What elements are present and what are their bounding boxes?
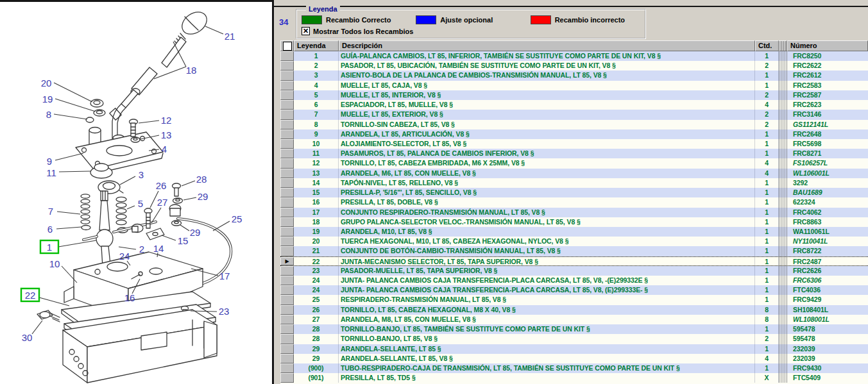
row-selector[interactable] <box>280 188 294 197</box>
diagram-callout-25[interactable]: 25 <box>232 213 243 224</box>
diagram-callout-2[interactable]: 2 <box>139 244 144 255</box>
row-selector[interactable] <box>280 149 294 158</box>
diagram-callout-14[interactable]: 14 <box>153 243 164 254</box>
header-legend[interactable]: Leyenda <box>294 40 339 51</box>
table-row[interactable]: 17CONJUNTO RESPIRADERO-TRANSMISIÓN MANUA… <box>280 208 868 217</box>
diagram-callout-11[interactable]: 11 <box>46 167 56 178</box>
row-selector[interactable] <box>280 227 294 237</box>
table-row[interactable]: 13ARANDELA, M6, LT 85, CON MUELLE, V8 §4… <box>280 169 868 178</box>
table-row[interactable]: (900)TUBO-RESPIRADERO-CAJA DE TRANSMISIÓ… <box>280 363 868 373</box>
table-row[interactable]: 6ESPACIADOR, LT 85, MUELLE, V8 §4FRC2623 <box>280 100 868 110</box>
row-selector[interactable] <box>280 208 294 217</box>
header-description[interactable]: Descripción <box>339 40 755 51</box>
row-selector[interactable] <box>280 197 294 207</box>
diagram-callout-21[interactable]: 21 <box>225 31 235 42</box>
table-row[interactable]: 24JUNTA- PALANCA CAMBIOS CAJA TRANSFEREN… <box>280 276 868 285</box>
row-selector[interactable] <box>280 100 294 110</box>
row-selector[interactable] <box>280 237 294 246</box>
row-selector[interactable] <box>280 90 294 100</box>
row-selector[interactable] <box>280 276 294 285</box>
table-row[interactable]: 25RESPIRADERO-TRANSMISIÓN MANUAL, LT 85,… <box>280 295 868 305</box>
row-selector[interactable] <box>280 344 294 354</box>
table-row[interactable]: 2PASADOR, LT 85, UBICACIÓN, TAMBIÉN SE S… <box>280 61 868 71</box>
diagram-callout-24[interactable]: 24 <box>119 251 130 262</box>
table-row[interactable]: 29ARANDELA-SELLANTE, LT 85, V8 §4232039 <box>280 354 868 363</box>
row-selector[interactable] <box>280 285 294 295</box>
diagram-callout-9[interactable]: 9 <box>47 156 52 167</box>
diagram-callout-29[interactable]: 29 <box>190 227 201 238</box>
table-row[interactable]: 4MUELLE, LT 85, CAJA, V8 §1FRC2583 <box>280 81 868 90</box>
row-selector[interactable]: ▶ <box>280 257 294 265</box>
row-selector[interactable] <box>280 295 294 305</box>
row-selector[interactable] <box>280 324 294 334</box>
table-row[interactable]: 10ALOJIAMIENTO-SELECTOR, LT 85, V8 §1FRC… <box>280 139 868 149</box>
table-row[interactable]: 28TORNILLO-BANJO, LT 85, V8 §2595478 <box>280 334 868 344</box>
diagram-callout-5[interactable]: 5 <box>138 198 143 209</box>
diagram-callout-27[interactable]: 27 <box>157 197 168 208</box>
row-selector[interactable] <box>280 129 294 139</box>
table-row[interactable]: 11PASAMUROS, LT 85, PALANCA DE CAMBIOS I… <box>280 149 868 158</box>
diagram-callout-19[interactable]: 19 <box>42 94 53 104</box>
table-row[interactable]: 24JUNTA- PALANCA CAMBIOS CAJA TRANSFEREN… <box>280 285 868 295</box>
table-row[interactable]: 16PRESILLA, LT 85, DOBLE, V8 §1622324 <box>280 197 868 207</box>
table-row[interactable]: 18GRUPO PALANCA-SELECTOR VELOC.-TRANSMIS… <box>280 217 868 227</box>
table-row[interactable]: 29ARANDELA-SELLANTE, LT 85 §1232039 <box>280 344 868 354</box>
table-row[interactable]: 26TORNILLO, LT 85, CABEZA HEXAGONAL, M8 … <box>280 305 868 315</box>
table-row[interactable]: 9ARANDELA, LT 85, ARTICULACIÓN, V8 §1FRC… <box>280 129 868 139</box>
header-qty[interactable]: Ctd. <box>755 40 779 51</box>
diagram-callout-15[interactable]: 15 <box>178 235 189 246</box>
table-row[interactable]: 20TUERCA HEXAGONAL, M10, LT 85, CABEZA H… <box>280 237 868 246</box>
table-row[interactable]: 12TORNILLO, LT 85, CABEZA EMBRIDADA, M6 … <box>280 158 868 168</box>
row-selector[interactable] <box>280 120 294 129</box>
row-selector[interactable] <box>280 178 294 188</box>
row-selector[interactable] <box>280 139 294 149</box>
row-selector[interactable] <box>280 169 294 178</box>
diagram-callout-6[interactable]: 6 <box>47 224 53 235</box>
table-row[interactable]: 21CONJUNTO DE BOTÓN-CAMBIO-TRANSMISIÓN M… <box>280 246 868 256</box>
row-selector[interactable] <box>280 305 294 315</box>
row-selector[interactable] <box>280 110 294 119</box>
diagram-callout-17[interactable]: 17 <box>219 271 230 281</box>
diagram-callout-30[interactable]: 30 <box>22 332 33 343</box>
table-row[interactable]: 14TAPÓN-NIVEL, LT 85, RELLENO, V8 §13292 <box>280 178 868 188</box>
table-row[interactable]: (901)PRESILLA, LT 85, TD5 §XFTC5409 <box>280 373 868 383</box>
table-row[interactable]: 28TORNILLO-BANJO, LT 85, TAMBIÉN SE SUST… <box>280 324 868 334</box>
row-selector[interactable] <box>280 354 294 363</box>
diagram-callout-3[interactable]: 3 <box>139 169 144 180</box>
table-row[interactable]: 8TORNILLO-SIN CABEZA, LT 85, V8 §2GS1121… <box>280 120 868 129</box>
diagram-callout-22[interactable]: 22 <box>25 290 36 301</box>
row-selector[interactable] <box>280 266 294 276</box>
table-row[interactable]: 7MUELLE, LT 85, EXTERIOR, V8 §2FRC3146 <box>280 110 868 119</box>
table-row[interactable]: 23PASADOR-MUELLE, LT 85, TAPA SUPERIOR, … <box>280 266 868 276</box>
table-row[interactable]: 3ASIENTO-BOLA DE LA PALANCA DE CAMBIOS-T… <box>280 71 868 80</box>
show-all-parts-checkbox[interactable]: ✕ <box>302 27 310 35</box>
diagram-callout-29[interactable]: 29 <box>198 191 208 202</box>
table-row[interactable]: 15PRESILLA-P, '5/16"', LT 85, SENCILLO, … <box>280 188 868 197</box>
row-selector[interactable] <box>280 315 294 324</box>
header-column-splitter[interactable] <box>779 40 787 51</box>
diagram-callout-7[interactable]: 7 <box>48 206 53 217</box>
diagram-callout-18[interactable]: 18 <box>186 65 197 76</box>
table-row[interactable]: ▶22JUNTA-MECANISMO SELECTOR, LT 85, TAPA… <box>280 256 868 266</box>
diagram-callout-16[interactable]: 16 <box>124 292 135 303</box>
row-selector[interactable] <box>280 61 294 71</box>
diagram-callout-20[interactable]: 20 <box>41 78 52 88</box>
diagram-callout-4[interactable]: 4 <box>162 144 167 154</box>
table-row[interactable]: 27ARANDELA, M8, LT 85, CON MUELLE, V8 §8… <box>280 315 868 324</box>
diagram-callout-26[interactable]: 26 <box>156 180 167 191</box>
row-selector[interactable] <box>280 158 294 168</box>
diagram-callout-28[interactable]: 28 <box>196 174 207 185</box>
row-selector[interactable] <box>280 363 294 373</box>
table-row[interactable]: 19ARANDELA, M10, LT 85, V8 §1WA110061L <box>280 227 868 237</box>
diagram-callout-23[interactable]: 23 <box>219 306 230 317</box>
diagram-callout-10[interactable]: 10 <box>49 258 60 269</box>
table-row[interactable]: 1GUÍA-PALANCA CAMBIOS, LT 85, INFERIOR, … <box>280 51 868 61</box>
row-selector[interactable] <box>280 373 294 383</box>
table-row[interactable]: 5MUELLE, LT 85, INTERIOR, V8 §2FRC2587 <box>280 90 868 100</box>
diagram-callout-13[interactable]: 13 <box>161 129 172 140</box>
row-selector[interactable] <box>280 71 294 80</box>
row-selector[interactable] <box>280 334 294 344</box>
row-selector[interactable] <box>280 51 294 61</box>
diagram-callout-8[interactable]: 8 <box>46 109 51 120</box>
row-selector[interactable] <box>280 217 294 227</box>
